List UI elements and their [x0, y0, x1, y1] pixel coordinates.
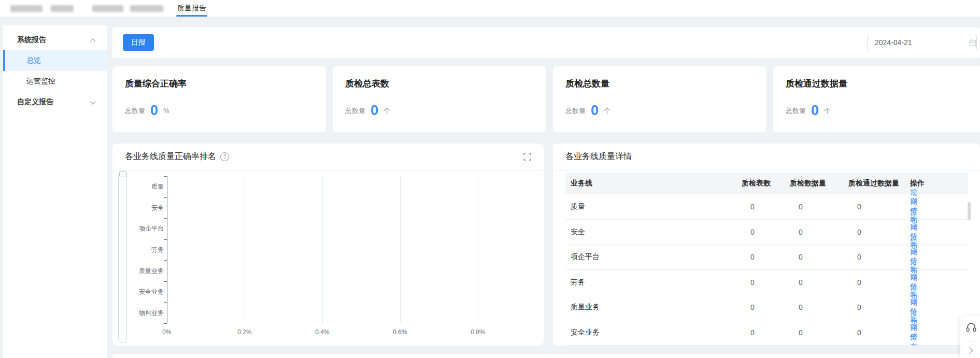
datazoom-handle[interactable]	[119, 171, 127, 177]
question-circle-icon[interactable]: ?	[220, 152, 229, 161]
stat-line: 总数量0%	[125, 104, 169, 118]
stat-value: 0	[150, 104, 158, 118]
floating-help-widget	[960, 316, 980, 358]
y-axis-tick	[164, 197, 167, 198]
daily-report-button[interactable]: 日报	[123, 34, 154, 51]
data-count-cell: 0	[799, 295, 803, 320]
table-column-header: 业务线	[571, 173, 592, 194]
passed-count-cell: 0	[857, 295, 861, 320]
chart-card: 各业务线质量正确率排名 ? 0%0.2%0.4%0.6%0.8%质量安全项企平台…	[112, 144, 544, 346]
toolbar: 日报	[112, 27, 980, 58]
business-line-cell: 劳务	[571, 270, 585, 295]
y-axis-tick	[164, 281, 167, 282]
tables-count-cell: 0	[750, 220, 755, 245]
date-input[interactable]	[868, 38, 969, 47]
stat-card-title: 质量综合正确率	[125, 78, 187, 90]
data-count-cell: 0	[799, 320, 803, 345]
stat-label: 总数量	[786, 106, 806, 116]
sidebar-group-custom-report[interactable]: 自定义报告	[3, 92, 107, 112]
table-column-header: 质检表数	[742, 173, 771, 194]
stat-card-4: 质检通过数据量总数量0个	[773, 66, 980, 132]
y-axis-tick	[164, 302, 167, 303]
redacted-tab-label	[51, 5, 74, 12]
fullscreen-icon[interactable]	[523, 153, 531, 161]
table-row: 项企平台000规则分布|详情	[565, 245, 968, 270]
tables-count-cell: 0	[750, 245, 755, 269]
active-tab-underline	[176, 15, 207, 17]
calendar-icon[interactable]	[969, 38, 977, 47]
tables-count-cell: 0	[750, 194, 755, 219]
data-count-cell: 0	[799, 245, 803, 269]
redacted-tab-label	[10, 5, 42, 12]
gridline	[478, 176, 478, 323]
passed-count-cell: 0	[857, 220, 861, 245]
table-row: 质量000规则分布|详情	[565, 194, 968, 220]
y-axis-category-label: 安全	[112, 204, 164, 211]
next-section-card-cutoff	[112, 354, 980, 358]
stat-card-title: 质检总表数	[345, 78, 389, 90]
gridline	[245, 176, 245, 323]
passed-count-cell: 0	[857, 245, 861, 269]
y-axis-category-label: 质量业务	[112, 267, 164, 275]
datazoom-slider[interactable]	[118, 173, 127, 343]
stat-card-2: 质检总表数总数量0个	[333, 66, 546, 132]
stat-line: 总数量0个	[565, 104, 610, 118]
stat-card-title: 质检总数量	[565, 78, 609, 90]
tables-count-cell: 0	[750, 320, 755, 345]
y-axis-tick	[164, 239, 167, 240]
stat-card-3: 质检总数量总数量0个	[553, 66, 766, 132]
table-column-header: 质检通过数据量	[848, 173, 899, 194]
date-picker[interactable]	[867, 35, 977, 50]
sidebar-group-system-report[interactable]: 系统报告	[3, 30, 107, 50]
stat-unit: 个	[824, 106, 831, 116]
business-line-cell: 安全业务	[571, 320, 600, 345]
y-axis-category-label: 质量	[112, 183, 164, 190]
passed-count-cell: 0	[857, 270, 861, 295]
table-card: 各业务线质量详情 业务线质检表数质检数据量质检通过数据量操作 质量000规则分布…	[553, 144, 980, 346]
sidebar-item-label: 运营监控	[26, 77, 55, 86]
tab-redacted-2[interactable]	[51, 0, 74, 17]
stat-value: 0	[811, 104, 819, 118]
stat-label: 总数量	[125, 106, 145, 116]
redacted-tab-label	[130, 5, 163, 12]
quality-report-page: 质量报告 系统报告总览运营监控自定义报告 日报 质量综合正确率总数量0%质检总表…	[0, 0, 980, 358]
bar-chart: 0%0.2%0.4%0.6%0.8%质量安全项企平台劳务质量业务安全业务物料业务	[112, 170, 544, 346]
y-axis-category-label: 项企平台	[112, 225, 164, 232]
table-row: 安全000规则分布|详情	[565, 220, 968, 245]
table-row: 质量业务000规则分布|详情	[565, 295, 968, 320]
stat-unit: 个	[384, 106, 390, 116]
y-axis-tick	[164, 218, 167, 219]
tab-quality-report[interactable]: 质量报告	[176, 0, 207, 17]
stat-card-title: 质检通过数据量	[786, 78, 847, 90]
stat-line: 总数量0个	[345, 104, 390, 118]
sidebar-item-operation-monitoring[interactable]: 运营监控	[3, 71, 107, 92]
tab-redacted-3[interactable]	[92, 0, 123, 17]
chevron-right-icon[interactable]	[966, 347, 973, 354]
table-header-row: 业务线质检表数质检数据量质检通过数据量操作	[565, 173, 968, 194]
data-count-cell: 0	[799, 270, 803, 295]
tab-redacted-4[interactable]	[130, 0, 163, 17]
sidebar-group-label: 系统报告	[17, 35, 46, 45]
chart-title: 各业务线质量正确率排名	[125, 151, 216, 162]
sidebar-item-overview[interactable]: 总览	[3, 50, 107, 71]
passed-count-cell: 0	[857, 194, 861, 219]
divider	[964, 341, 978, 341]
gridline	[400, 176, 401, 323]
tables-count-cell: 0	[750, 295, 755, 320]
stat-value: 0	[591, 104, 599, 118]
x-axis-tick-label: 0.8%	[462, 328, 493, 336]
gridline	[322, 176, 323, 323]
detail-link[interactable]: 详情	[910, 320, 917, 345]
tab-label: 质量报告	[177, 4, 206, 13]
y-axis-tick	[164, 176, 167, 177]
table-scrollbar[interactable]	[968, 202, 971, 220]
tab-redacted-1[interactable]	[10, 0, 42, 17]
y-axis-category-label: 劳务	[112, 246, 164, 253]
headset-icon[interactable]	[965, 321, 977, 336]
sidebar-item-label: 总览	[26, 56, 41, 65]
chart-card-header: 各业务线质量正确率排名 ?	[112, 144, 544, 170]
y-axis-category-label: 安全业务	[112, 288, 164, 295]
table-column-header: 质检数据量	[790, 173, 826, 194]
business-line-cell: 安全	[571, 220, 585, 245]
chevron-down-icon	[90, 98, 95, 104]
